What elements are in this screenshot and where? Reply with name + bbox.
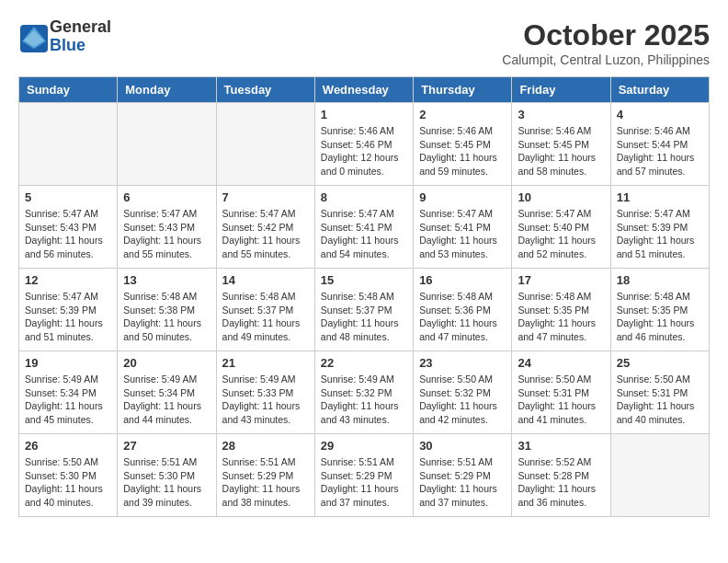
weekday-wednesday: Wednesday	[314, 77, 413, 103]
day-number: 11	[617, 190, 703, 204]
logo-general: General	[50, 18, 111, 37]
day-info: Sunrise: 5:51 AM Sunset: 5:29 PM Dayligh…	[419, 455, 506, 510]
day-number: 28	[222, 439, 309, 453]
weekday-sunday: Sunday	[19, 77, 118, 103]
day-number: 16	[419, 273, 506, 287]
calendar-cell: 13Sunrise: 5:48 AM Sunset: 5:38 PM Dayli…	[118, 269, 216, 351]
day-number: 17	[518, 273, 604, 287]
day-number: 24	[518, 356, 604, 370]
calendar-cell: 5Sunrise: 5:47 AM Sunset: 5:43 PM Daylig…	[19, 186, 118, 269]
day-number: 21	[222, 356, 309, 370]
calendar-cell	[118, 103, 216, 186]
day-number: 7	[222, 190, 309, 204]
page-header: General Blue October 2025 Calumpit, Cent…	[18, 18, 710, 67]
day-info: Sunrise: 5:52 AM Sunset: 5:28 PM Dayligh…	[518, 455, 604, 510]
day-number: 12	[25, 273, 111, 287]
day-info: Sunrise: 5:47 AM Sunset: 5:39 PM Dayligh…	[617, 207, 703, 261]
day-number: 15	[321, 273, 407, 287]
weekday-friday: Friday	[512, 77, 610, 103]
day-number: 30	[419, 439, 506, 453]
calendar-cell	[19, 103, 118, 186]
calendar-cell: 12Sunrise: 5:47 AM Sunset: 5:39 PM Dayli…	[19, 269, 118, 351]
week-row-4: 19Sunrise: 5:49 AM Sunset: 5:34 PM Dayli…	[19, 351, 710, 434]
calendar-cell: 10Sunrise: 5:47 AM Sunset: 5:40 PM Dayli…	[512, 186, 610, 269]
day-number: 6	[123, 190, 210, 204]
day-info: Sunrise: 5:48 AM Sunset: 5:35 PM Dayligh…	[518, 290, 604, 344]
day-info: Sunrise: 5:49 AM Sunset: 5:33 PM Dayligh…	[222, 373, 309, 427]
calendar-cell: 9Sunrise: 5:47 AM Sunset: 5:41 PM Daylig…	[414, 186, 512, 269]
day-info: Sunrise: 5:47 AM Sunset: 5:43 PM Dayligh…	[25, 207, 111, 261]
day-info: Sunrise: 5:48 AM Sunset: 5:35 PM Dayligh…	[617, 290, 703, 344]
calendar-cell: 11Sunrise: 5:47 AM Sunset: 5:39 PM Dayli…	[610, 186, 709, 269]
weekday-monday: Monday	[118, 77, 216, 103]
calendar-cell: 29Sunrise: 5:51 AM Sunset: 5:29 PM Dayli…	[314, 434, 413, 517]
logo: General Blue	[18, 18, 111, 55]
weekday-header-row: SundayMondayTuesdayWednesdayThursdayFrid…	[19, 77, 710, 103]
calendar-cell	[610, 434, 709, 517]
day-info: Sunrise: 5:50 AM Sunset: 5:31 PM Dayligh…	[617, 373, 703, 427]
day-number: 1	[321, 108, 407, 121]
month-title: October 2025	[502, 18, 710, 52]
day-number: 4	[617, 108, 703, 121]
calendar-cell: 22Sunrise: 5:49 AM Sunset: 5:32 PM Dayli…	[314, 351, 413, 434]
day-number: 14	[222, 273, 309, 287]
calendar-cell: 4Sunrise: 5:46 AM Sunset: 5:44 PM Daylig…	[610, 103, 709, 186]
calendar-cell: 16Sunrise: 5:48 AM Sunset: 5:36 PM Dayli…	[414, 269, 512, 351]
calendar: SundayMondayTuesdayWednesdayThursdayFrid…	[18, 76, 710, 517]
day-number: 29	[321, 439, 407, 453]
title-area: October 2025 Calumpit, Central Luzon, Ph…	[502, 18, 710, 67]
weekday-saturday: Saturday	[610, 77, 709, 103]
day-number: 22	[321, 356, 407, 370]
day-number: 2	[419, 108, 506, 121]
week-row-3: 12Sunrise: 5:47 AM Sunset: 5:39 PM Dayli…	[19, 269, 710, 351]
day-info: Sunrise: 5:48 AM Sunset: 5:37 PM Dayligh…	[321, 290, 407, 344]
day-number: 23	[419, 356, 506, 370]
day-number: 3	[518, 108, 604, 121]
day-info: Sunrise: 5:48 AM Sunset: 5:38 PM Dayligh…	[123, 290, 210, 344]
calendar-cell: 28Sunrise: 5:51 AM Sunset: 5:29 PM Dayli…	[216, 434, 314, 517]
calendar-body: 1Sunrise: 5:46 AM Sunset: 5:46 PM Daylig…	[19, 103, 710, 517]
weekday-thursday: Thursday	[414, 77, 512, 103]
calendar-cell: 14Sunrise: 5:48 AM Sunset: 5:37 PM Dayli…	[216, 269, 314, 351]
week-row-2: 5Sunrise: 5:47 AM Sunset: 5:43 PM Daylig…	[19, 186, 710, 269]
calendar-cell: 23Sunrise: 5:50 AM Sunset: 5:32 PM Dayli…	[414, 351, 512, 434]
week-row-1: 1Sunrise: 5:46 AM Sunset: 5:46 PM Daylig…	[19, 103, 710, 186]
day-number: 31	[518, 439, 604, 453]
calendar-cell: 2Sunrise: 5:46 AM Sunset: 5:45 PM Daylig…	[414, 103, 512, 186]
day-number: 18	[617, 273, 703, 287]
day-number: 8	[321, 190, 407, 204]
day-info: Sunrise: 5:46 AM Sunset: 5:45 PM Dayligh…	[419, 124, 506, 178]
day-number: 25	[617, 356, 703, 370]
day-info: Sunrise: 5:51 AM Sunset: 5:29 PM Dayligh…	[222, 455, 309, 510]
calendar-cell: 8Sunrise: 5:47 AM Sunset: 5:41 PM Daylig…	[314, 186, 413, 269]
day-info: Sunrise: 5:48 AM Sunset: 5:36 PM Dayligh…	[419, 290, 506, 344]
calendar-cell: 15Sunrise: 5:48 AM Sunset: 5:37 PM Dayli…	[314, 269, 413, 351]
day-info: Sunrise: 5:49 AM Sunset: 5:34 PM Dayligh…	[123, 373, 210, 427]
logo-text: General Blue	[50, 18, 111, 55]
day-info: Sunrise: 5:47 AM Sunset: 5:39 PM Dayligh…	[25, 290, 111, 344]
calendar-cell: 27Sunrise: 5:51 AM Sunset: 5:30 PM Dayli…	[118, 434, 216, 517]
calendar-cell: 26Sunrise: 5:50 AM Sunset: 5:30 PM Dayli…	[19, 434, 118, 517]
calendar-cell: 18Sunrise: 5:48 AM Sunset: 5:35 PM Dayli…	[610, 269, 709, 351]
day-number: 5	[25, 190, 111, 204]
day-info: Sunrise: 5:50 AM Sunset: 5:31 PM Dayligh…	[518, 373, 604, 427]
logo-blue: Blue	[50, 37, 111, 55]
calendar-cell: 7Sunrise: 5:47 AM Sunset: 5:42 PM Daylig…	[216, 186, 314, 269]
calendar-cell: 1Sunrise: 5:46 AM Sunset: 5:46 PM Daylig…	[314, 103, 413, 186]
calendar-cell: 20Sunrise: 5:49 AM Sunset: 5:34 PM Dayli…	[118, 351, 216, 434]
day-info: Sunrise: 5:50 AM Sunset: 5:32 PM Dayligh…	[419, 373, 506, 427]
day-info: Sunrise: 5:47 AM Sunset: 5:40 PM Dayligh…	[518, 207, 604, 261]
calendar-cell: 19Sunrise: 5:49 AM Sunset: 5:34 PM Dayli…	[19, 351, 118, 434]
calendar-cell: 31Sunrise: 5:52 AM Sunset: 5:28 PM Dayli…	[512, 434, 610, 517]
location: Calumpit, Central Luzon, Philippines	[502, 52, 710, 67]
day-info: Sunrise: 5:49 AM Sunset: 5:34 PM Dayligh…	[25, 373, 111, 427]
week-row-5: 26Sunrise: 5:50 AM Sunset: 5:30 PM Dayli…	[19, 434, 710, 517]
weekday-tuesday: Tuesday	[216, 77, 314, 103]
logo-icon	[18, 23, 46, 51]
day-info: Sunrise: 5:48 AM Sunset: 5:37 PM Dayligh…	[222, 290, 309, 344]
calendar-cell: 6Sunrise: 5:47 AM Sunset: 5:43 PM Daylig…	[118, 186, 216, 269]
day-number: 13	[123, 273, 210, 287]
day-number: 20	[123, 356, 210, 370]
day-number: 27	[123, 439, 210, 453]
day-number: 9	[419, 190, 506, 204]
